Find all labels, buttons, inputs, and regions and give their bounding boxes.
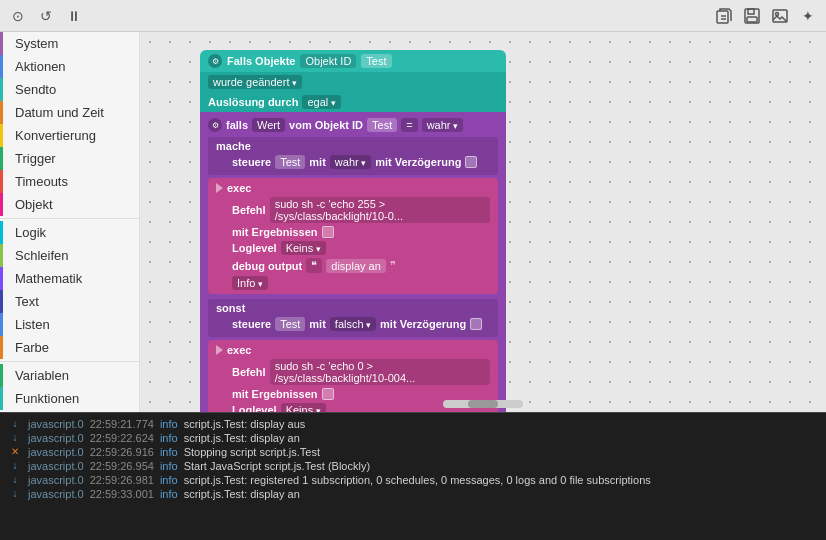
exec1-info-dropdown[interactable]: Info (232, 276, 268, 290)
auslosung-label: Auslösung durch (208, 96, 298, 108)
save-icon[interactable] (742, 6, 762, 26)
auslosung-dropdown[interactable]: egal (302, 95, 340, 109)
mache-obj[interactable]: Test (275, 155, 305, 169)
eq-label: = (401, 118, 417, 132)
exec2-befehl-label: Befehl (232, 366, 266, 378)
falls-gear-icon: ⚙ (208, 118, 222, 132)
svg-rect-2 (748, 9, 754, 14)
exec1-loglevel-dropdown[interactable]: Keins (281, 241, 326, 255)
event-label: Falls Objekte (227, 55, 295, 67)
toolbar: ⊙ ↺ ⏸ ✦ (0, 0, 826, 32)
console-panel: ↓ javascript.0 22:59:21.774 info script.… (0, 412, 826, 540)
sidebar-item-variablen[interactable]: Variablen (0, 364, 139, 387)
exec2-loglevel-label: Loglevel (232, 404, 277, 412)
sidebar-item-text[interactable]: Text (0, 290, 139, 313)
exec1-cmd[interactable]: sudo sh -c 'echo 255 > /sys/class/backli… (270, 197, 490, 223)
wahr-dropdown[interactable]: wahr (422, 118, 463, 132)
wurde-geandert-dropdown[interactable]: wurde geändert (208, 75, 302, 89)
exec2-loglevel-dropdown[interactable]: Keins (281, 403, 326, 412)
console-time: 22:59:26.954 (90, 460, 154, 472)
sonst-obj[interactable]: Test (275, 317, 305, 331)
image-icon[interactable] (770, 6, 790, 26)
pause-icon[interactable]: ⏸ (64, 6, 84, 26)
console-icon: ↓ (8, 418, 22, 429)
console-source: javascript.0 (28, 460, 84, 472)
console-source: javascript.0 (28, 446, 84, 458)
sidebar-item-trigger[interactable]: Trigger (0, 147, 139, 170)
console-msg: script.js.Test: registered 1 subscriptio… (184, 474, 651, 486)
sidebar-item-listen[interactable]: Listen (0, 313, 139, 336)
console-icon: ↓ (8, 474, 22, 485)
falls-id-value[interactable]: Test (367, 118, 397, 132)
canvas-scrollbar[interactable] (443, 400, 523, 408)
console-msg: script.js.Test: display an (184, 432, 300, 444)
console-level: info (160, 418, 178, 430)
target-icon[interactable]: ⊙ (8, 6, 28, 26)
sonst-value-dropdown[interactable]: falsch (330, 317, 376, 331)
sidebar-item-mathematik[interactable]: Mathematik (0, 267, 139, 290)
exec-triangle-icon (216, 183, 223, 193)
mache-mit2-label: mit Verzögerung (375, 156, 461, 168)
sidebar-item-datum[interactable]: Datum und Zeit (0, 101, 139, 124)
exec2-triangle-icon (216, 345, 223, 355)
sonst-label: sonst (216, 302, 245, 314)
exec1-quote-close: ❞ (390, 259, 396, 272)
event-gear-icon: ⚙ (208, 54, 222, 68)
console-msg: script.js.Test: display an (184, 488, 300, 500)
console-msg: Start JavaScript script.js.Test (Blockly… (184, 460, 370, 472)
canvas-area[interactable]: ⚙ Falls Objekte Objekt ID Test wurde geä… (140, 32, 826, 412)
sidebar-item-konvertierung[interactable]: Konvertierung (0, 124, 139, 147)
sidebar-item-logik[interactable]: Logik (0, 221, 139, 244)
sidebar-item-funktionen[interactable]: Funktionen (0, 387, 139, 410)
refresh-icon[interactable]: ↺ (36, 6, 56, 26)
console-icon: ↓ (8, 432, 22, 443)
exec2-checkbox[interactable] (322, 388, 334, 400)
console-time: 22:59:22.624 (90, 432, 154, 444)
console-content[interactable]: ↓ javascript.0 22:59:21.774 info script.… (0, 413, 826, 540)
console-icon: ↓ (8, 488, 22, 499)
exec1-debug-value: ❝ (306, 258, 322, 273)
console-level: info (160, 446, 178, 458)
console-line: ✕ javascript.0 22:59:26.916 info Stoppin… (8, 445, 818, 459)
main-area: System Aktionen Sendto Datum und Zeit Ko… (0, 32, 826, 412)
wert-label: Wert (252, 118, 285, 132)
console-time: 22:59:26.981 (90, 474, 154, 486)
console-time: 22:59:33.001 (90, 488, 154, 500)
console-level: info (160, 488, 178, 500)
sonst-checkbox[interactable] (470, 318, 482, 330)
sidebar-item-system[interactable]: System (0, 32, 139, 55)
sidebar-item-sendto[interactable]: Sendto (0, 78, 139, 101)
mache-label: mache (216, 140, 251, 152)
console-icon: ✕ (8, 446, 22, 457)
console-time: 22:59:21.774 (90, 418, 154, 430)
sidebar-item-aktionen[interactable]: Aktionen (0, 55, 139, 78)
exec2-cmd[interactable]: sudo sh -c 'echo 0 > /sys/class/backligh… (270, 359, 490, 385)
sidebar-item-schleifen[interactable]: Schleifen (0, 244, 139, 267)
sonst-mit2-label: mit Verzögerung (380, 318, 466, 330)
exec1-debug-label: debug output (232, 260, 302, 272)
sidebar-item-objekt[interactable]: Objekt (0, 193, 139, 216)
mache-checkbox[interactable] (465, 156, 477, 168)
exec2-exec-label: exec (227, 344, 251, 356)
obj-id-value[interactable]: Test (361, 54, 391, 68)
console-line: ↓ javascript.0 22:59:21.774 info script.… (8, 417, 818, 431)
exec1-checkbox[interactable] (322, 226, 334, 238)
sidebar-item-timeouts[interactable]: Timeouts (0, 170, 139, 193)
settings-icon[interactable]: ✦ (798, 6, 818, 26)
console-source: javascript.0 (28, 418, 84, 430)
mache-mit-label: mit (309, 156, 326, 168)
console-icon: ↓ (8, 460, 22, 471)
sidebar-item-farbe[interactable]: Farbe (0, 336, 139, 359)
console-source: javascript.0 (28, 432, 84, 444)
exec1-debug-text[interactable]: display an (326, 259, 386, 273)
exec1-befehl-label: Befehl (232, 204, 266, 216)
console-msg: script.js.Test: display aus (184, 418, 306, 430)
exec1-loglevel-label: Loglevel (232, 242, 277, 254)
block-container: ⚙ Falls Objekte Objekt ID Test wurde geä… (200, 50, 506, 412)
mache-value-dropdown[interactable]: wahr (330, 155, 371, 169)
console-source: javascript.0 (28, 474, 84, 486)
canvas-scrollbar-thumb[interactable] (468, 400, 498, 408)
export-icon[interactable] (714, 6, 734, 26)
svg-rect-0 (717, 11, 728, 23)
console-level: info (160, 474, 178, 486)
